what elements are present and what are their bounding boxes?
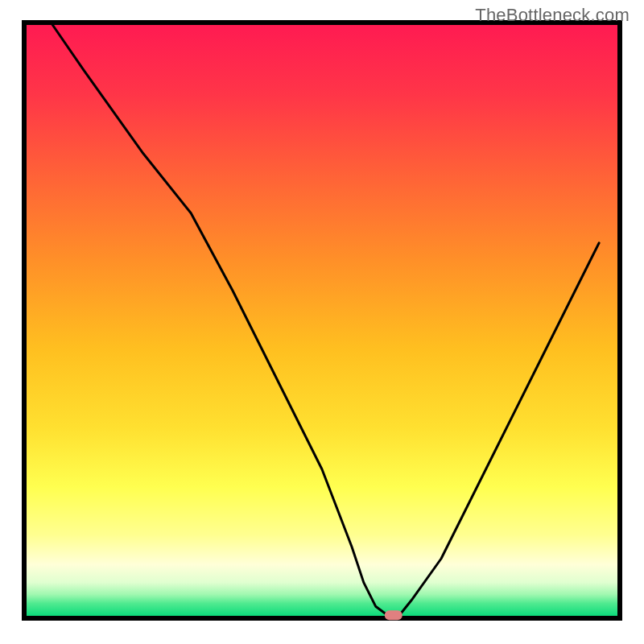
chart-svg (0, 0, 644, 644)
optimal-point-marker (385, 610, 402, 620)
bottleneck-chart (0, 0, 644, 644)
watermark-text: TheBottleneck.com (475, 5, 630, 26)
svg-rect-0 (385, 610, 402, 620)
